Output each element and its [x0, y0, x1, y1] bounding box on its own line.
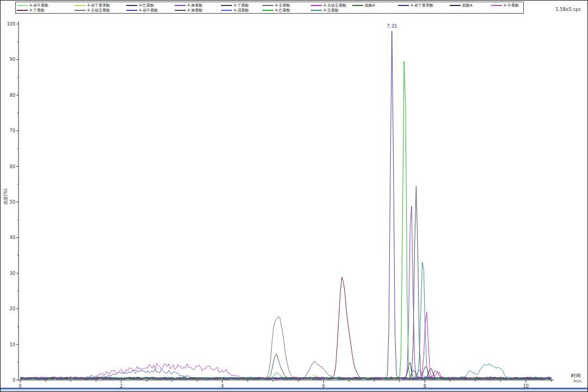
- trace-legend: 4-叔辛基酚4-叔丁基苯酚4-己基酚4-庚基酚4-丁基酚4-壬基酚4-支链壬基酚…: [15, 2, 524, 14]
- y-axis-title: 强度(%): [3, 185, 9, 210]
- y-tick-label: 100: [7, 22, 15, 27]
- legend-label: 4-辛基酚: [504, 3, 519, 8]
- y-tick-label: 90: [10, 57, 15, 62]
- legend-item[interactable]: 4-叔丁基苯酚: [75, 3, 126, 8]
- legend-line-swatch: [75, 5, 85, 6]
- legend-label: 4-叔丁基苯酚: [411, 3, 433, 8]
- legend-line-swatch: [175, 5, 186, 6]
- y-tick-label: 60: [10, 164, 15, 169]
- trace-4-支链壬基酚-10: [20, 317, 551, 379]
- legend-line-swatch: [311, 10, 322, 11]
- legend-item[interactable]: 4-叔辛基酚: [17, 3, 75, 8]
- legend-line-swatch: [262, 5, 273, 6]
- trace-4-己基酚-16: [20, 61, 551, 379]
- legend-line-swatch: [17, 5, 28, 6]
- legend-label: 4-叔辛基酚: [139, 8, 158, 13]
- legend-line-swatch: [352, 5, 363, 6]
- legend-item[interactable]: 4-辛基酚: [491, 3, 522, 8]
- y-tick-label: 40: [10, 235, 15, 240]
- trace-4-庚基酚-15: [20, 186, 551, 379]
- trace-4-支链壬基酚-13: [20, 312, 551, 379]
- legend-label: 4-支链壬基酚: [323, 3, 346, 8]
- legend-item[interactable]: 4-丁基酚: [221, 3, 262, 8]
- legend-line-swatch: [17, 10, 28, 11]
- legend-label: 4-壬基酚: [323, 8, 339, 13]
- legend-label: 4-庚基酚: [187, 8, 203, 13]
- y-tick-label: 70: [10, 128, 15, 133]
- y-tick-label: 10: [10, 342, 15, 347]
- legend-item[interactable]: 4-庚基酚: [175, 8, 221, 13]
- legend-label: 双酚A: [365, 3, 375, 8]
- legend-item[interactable]: 4-壬基酚: [262, 3, 311, 8]
- trace-4-叔丁基苯酚-4: [20, 363, 551, 379]
- legend-item[interactable]: 双酚A: [352, 3, 398, 8]
- legend-line-swatch: [262, 10, 273, 11]
- legend-line-swatch: [491, 5, 502, 6]
- legend-line-swatch: [126, 10, 137, 11]
- trace-4-壬基酚-12: [20, 262, 551, 379]
- legend-item[interactable]: 4-己基酚: [126, 3, 175, 8]
- y-tick-label: 80: [10, 93, 15, 98]
- chromatogram-window: 010203040506070809010002468107.35 4-叔辛基酚…: [0, 0, 588, 392]
- legend-label: 4-壬基酚: [275, 3, 290, 8]
- legend-label: 双酚A: [462, 3, 473, 8]
- legend-item[interactable]: 4-丁基酚: [17, 8, 75, 13]
- legend-label: 4-戊基酚: [234, 8, 249, 13]
- legend-line-swatch: [126, 5, 137, 6]
- legend-label: 4-叔丁基苯酚: [87, 3, 110, 8]
- legend-line-swatch: [175, 10, 186, 11]
- chromatogram-plot: 010203040506070809010002468107.35: [1, 1, 587, 391]
- legend-line-swatch: [311, 5, 322, 6]
- y-tick-label: 50: [10, 200, 15, 205]
- legend-row: 4-丁基酚4-支链壬基酚4-叔辛基酚4-庚基酚4-戊基酚4-己基酚4-壬基酚: [17, 8, 522, 13]
- window-edge-strip-light: [1, 389, 587, 391]
- trace-4-叔辛基酚-17: [20, 31, 551, 379]
- legend-item[interactable]: 4-支链壬基酚: [311, 3, 352, 8]
- legend-label: 4-丁基酚: [29, 8, 45, 13]
- legend-item[interactable]: 4-支链壬基酚: [75, 8, 126, 13]
- legend-line-swatch: [398, 5, 409, 6]
- x-axis-unit: min: [573, 379, 581, 384]
- legend-label: 4-支链壬基酚: [87, 8, 110, 13]
- legend-item[interactable]: 4-叔丁基苯酚: [398, 3, 450, 8]
- legend-line-swatch: [221, 10, 232, 11]
- legend-item[interactable]: 4-壬基酚: [311, 8, 352, 13]
- legend-label: 4-己基酚: [275, 8, 290, 13]
- legend-item[interactable]: 4-戊基酚: [221, 8, 262, 13]
- y-tick-label: 0: [13, 378, 15, 383]
- legend-row: 4-叔辛基酚4-叔丁基苯酚4-己基酚4-庚基酚4-丁基酚4-壬基酚4-支链壬基酚…: [17, 3, 522, 8]
- legend-item[interactable]: 4-己基酚: [262, 8, 311, 13]
- trace-双酚A-9: [20, 354, 551, 379]
- legend-label: 4-叔辛基酚: [29, 3, 48, 8]
- legend-line-swatch: [75, 10, 85, 11]
- legend-line-swatch: [221, 5, 232, 6]
- legend-label: 4-己基酚: [139, 3, 154, 8]
- peak-retention-time-annotation: 7.35: [387, 23, 397, 29]
- legend-item[interactable]: 4-庚基酚: [175, 3, 221, 8]
- legend-label: 4-丁基酚: [234, 3, 249, 8]
- y-tick-label: 30: [10, 271, 15, 276]
- legend-line-swatch: [450, 5, 461, 6]
- y-tick-label: 20: [10, 307, 15, 311]
- trace-4-丁基酚-11: [20, 277, 551, 379]
- legend-item[interactable]: 4-叔辛基酚: [126, 8, 175, 13]
- legend-label: 4-庚基酚: [187, 3, 203, 8]
- intensity-scale-label: 1.58e5 cps: [555, 7, 581, 12]
- legend-item[interactable]: 双酚A: [450, 3, 491, 8]
